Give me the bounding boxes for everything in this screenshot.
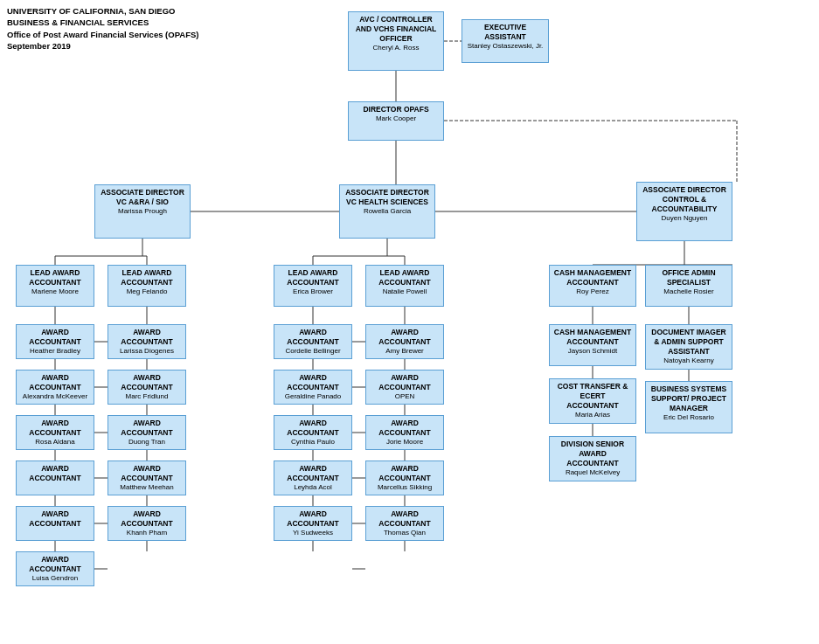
- box-avc-name: Cheryl A. Ross: [352, 44, 440, 52]
- box-aw1-6-title: AWARD ACCOUNTANT: [20, 555, 90, 574]
- box-aw4-4: AWARD ACCOUNTANT Marcellus Sikking: [365, 460, 444, 495]
- box-lead3-name: Erica Brower: [278, 287, 348, 296]
- box-cash1-title: CASH MANAGEMENT ACCOUNTANT: [553, 268, 632, 287]
- box-assoc1: ASSOCIATE DIRECTOR VC A&RA / SIO Marissa…: [94, 184, 191, 239]
- box-aw1-3: AWARD ACCOUNTANT Rosa Aldana: [16, 415, 94, 450]
- box-aw1-5-title: AWARD ACCOUNTANT: [20, 509, 90, 529]
- box-cash1-name: Roy Perez: [553, 287, 632, 296]
- box-aw4-1-title: AWARD ACCOUNTANT: [370, 328, 440, 347]
- box-aw3-5-title: AWARD ACCOUNTANT: [278, 509, 348, 529]
- box-aw3-5: AWARD ACCOUNTANT Yi Sudweeks: [274, 506, 352, 541]
- box-aw2-5-title: AWARD ACCOUNTANT: [112, 509, 182, 529]
- box-division: DIVISION SENIOR AWARD ACCOUNTANT Raquel …: [549, 436, 636, 481]
- box-office-name: Machelle Rosier: [649, 287, 728, 296]
- box-avc: AVC / CONTROLLER AND VCHS FINANCIAL OFFI…: [348, 11, 444, 71]
- box-aw1-4: AWARD ACCOUNTANT: [16, 460, 94, 495]
- box-aw3-3: AWARD ACCOUNTANT Cynthia Paulo: [274, 415, 352, 450]
- box-assoc2: ASSOCIATE DIRECTOR VC HEALTH SCIENCES Ro…: [339, 184, 435, 239]
- box-office-title: OFFICE ADMIN SPECIALIST: [649, 268, 728, 287]
- box-division-title: DIVISION SENIOR AWARD ACCOUNTANT: [553, 440, 632, 468]
- box-office: OFFICE ADMIN SPECIALIST Machelle Rosier: [645, 265, 732, 307]
- box-aw2-2-title: AWARD ACCOUNTANT: [112, 373, 182, 392]
- box-document: DOCUMENT IMAGER & ADMIN SUPPORT ASSISTAN…: [645, 324, 732, 370]
- box-aw1-2-name: Alexandra McKeever: [20, 392, 90, 401]
- box-lead3-title: LEAD AWARD ACCOUNTANT: [278, 268, 348, 287]
- box-aw3-2: AWARD ACCOUNTANT Geraldine Panado: [274, 370, 352, 405]
- box-aw3-3-name: Cynthia Paulo: [278, 438, 348, 447]
- box-aw2-1-name: Larissa Diogenes: [112, 347, 182, 356]
- box-cost: COST TRANSFER & ECERT ACCOUNTANT Maria A…: [549, 378, 636, 424]
- box-cash2-name: Jayson Schmidt: [553, 347, 632, 356]
- box-aw2-4: AWARD ACCOUNTANT Matthew Meehan: [108, 460, 186, 495]
- box-assoc2-name: Rowella Garcia: [344, 207, 431, 216]
- box-aw2-1-title: AWARD ACCOUNTANT: [112, 328, 182, 347]
- box-lead2: LEAD AWARD ACCOUNTANT Meg Felando: [108, 265, 186, 307]
- box-aw1-4-title: AWARD ACCOUNTANT: [20, 464, 90, 483]
- box-lead4: LEAD AWARD ACCOUNTANT Natalie Powell: [365, 265, 444, 307]
- box-assoc1-title: ASSOCIATE DIRECTOR VC A&RA / SIO: [99, 188, 186, 207]
- box-aw1-1-name: Heather Bradley: [20, 347, 90, 356]
- box-director-title: DIRECTOR OPAFS: [352, 105, 440, 114]
- box-aw3-4-name: Leyhda Acol: [278, 483, 348, 492]
- box-aw2-2-name: Marc Fridlund: [112, 392, 182, 401]
- box-aw4-4-title: AWARD ACCOUNTANT: [370, 464, 440, 483]
- box-aw3-4: AWARD ACCOUNTANT Leyhda Acol: [274, 460, 352, 495]
- box-aw4-3-title: AWARD ACCOUNTANT: [370, 419, 440, 438]
- box-cash1: CASH MANAGEMENT ACCOUNTANT Roy Perez: [549, 265, 636, 307]
- box-lead1-title: LEAD AWARD ACCOUNTANT: [20, 268, 90, 287]
- box-aw3-1-title: AWARD ACCOUNTANT: [278, 328, 348, 347]
- box-aw1-3-title: AWARD ACCOUNTANT: [20, 419, 90, 438]
- box-lead4-name: Natalie Powell: [370, 287, 440, 296]
- box-lead2-name: Meg Felando: [112, 287, 182, 296]
- page: UNIVERSITY OF CALIFORNIA, SAN DIEGO BUSI…: [0, 0, 819, 644]
- box-aw4-2-name: OPEN: [370, 392, 440, 401]
- box-aw2-3-name: Duong Tran: [112, 438, 182, 447]
- box-aw1-2-title: AWARD ACCOUNTANT: [20, 373, 90, 392]
- box-assoc3: ASSOCIATE DIRECTOR CONTROL & ACCOUNTABIL…: [636, 182, 732, 241]
- box-director: DIRECTOR OPAFS Mark Cooper: [348, 101, 444, 141]
- box-lead4-title: LEAD AWARD ACCOUNTANT: [370, 268, 440, 287]
- box-assoc3-title: ASSOCIATE DIRECTOR CONTROL & ACCOUNTABIL…: [641, 185, 728, 214]
- box-aw2-5: AWARD ACCOUNTANT Khanh Pham: [108, 506, 186, 541]
- box-aw2-4-title: AWARD ACCOUNTANT: [112, 464, 182, 483]
- box-aw2-5-name: Khanh Pham: [112, 529, 182, 537]
- box-assoc1-name: Marissa Prough: [99, 207, 186, 216]
- box-document-title: DOCUMENT IMAGER & ADMIN SUPPORT ASSISTAN…: [649, 328, 728, 357]
- box-aw2-3: AWARD ACCOUNTANT Duong Tran: [108, 415, 186, 450]
- box-assoc3-name: Duyen Nguyen: [641, 214, 728, 223]
- box-aw4-2: AWARD ACCOUNTANT OPEN: [365, 370, 444, 405]
- box-aw4-1: AWARD ACCOUNTANT Amy Brewer: [365, 324, 444, 359]
- box-aw3-2-name: Geraldine Panado: [278, 392, 348, 401]
- org-chart: AVC / CONTROLLER AND VCHS FINANCIAL OFFI…: [7, 7, 812, 619]
- box-aw2-3-title: AWARD ACCOUNTANT: [112, 419, 182, 438]
- box-aw1-1-title: AWARD ACCOUNTANT: [20, 328, 90, 347]
- box-aw2-1: AWARD ACCOUNTANT Larissa Diogenes: [108, 324, 186, 359]
- box-aw1-3-name: Rosa Aldana: [20, 438, 90, 447]
- box-cash2-title: CASH MANAGEMENT ACCOUNTANT: [553, 328, 632, 347]
- box-aw1-2: AWARD ACCOUNTANT Alexandra McKeever: [16, 370, 94, 405]
- box-aw3-5-name: Yi Sudweeks: [278, 529, 348, 537]
- box-division-name: Raquel McKelvey: [553, 468, 632, 477]
- box-aw1-1: AWARD ACCOUNTANT Heather Bradley: [16, 324, 94, 359]
- box-exec-name: Stanley Ostaszewski, Jr.: [466, 42, 545, 51]
- box-lead2-title: LEAD AWARD ACCOUNTANT: [112, 268, 182, 287]
- box-aw4-5-name: Thomas Qian: [370, 529, 440, 537]
- box-aw1-6: AWARD ACCOUNTANT Luisa Gendron: [16, 551, 94, 586]
- box-aw4-1-name: Amy Brewer: [370, 347, 440, 356]
- box-aw4-5-title: AWARD ACCOUNTANT: [370, 509, 440, 529]
- box-document-name: Natoyah Kearny: [649, 357, 728, 365]
- box-assoc2-title: ASSOCIATE DIRECTOR VC HEALTH SCIENCES: [344, 188, 431, 207]
- box-director-name: Mark Cooper: [352, 114, 440, 123]
- box-aw3-1-name: Cordelle Bellinger: [278, 347, 348, 356]
- box-cost-title: COST TRANSFER & ECERT ACCOUNTANT: [553, 382, 632, 411]
- box-aw3-4-title: AWARD ACCOUNTANT: [278, 464, 348, 483]
- box-aw4-5: AWARD ACCOUNTANT Thomas Qian: [365, 506, 444, 541]
- box-business-title: BUSINESS SYSTEMS SUPPORT/ PROJECT MANAGE…: [649, 384, 728, 413]
- box-aw3-2-title: AWARD ACCOUNTANT: [278, 373, 348, 392]
- box-aw4-2-title: AWARD ACCOUNTANT: [370, 373, 440, 392]
- box-avc-title: AVC / CONTROLLER AND VCHS FINANCIAL OFFI…: [352, 15, 440, 44]
- box-lead3: LEAD AWARD ACCOUNTANT Erica Brower: [274, 265, 352, 307]
- box-lead1-name: Marlene Moore: [20, 287, 90, 296]
- box-cash2: CASH MANAGEMENT ACCOUNTANT Jayson Schmid…: [549, 324, 636, 366]
- box-lead1: LEAD AWARD ACCOUNTANT Marlene Moore: [16, 265, 94, 307]
